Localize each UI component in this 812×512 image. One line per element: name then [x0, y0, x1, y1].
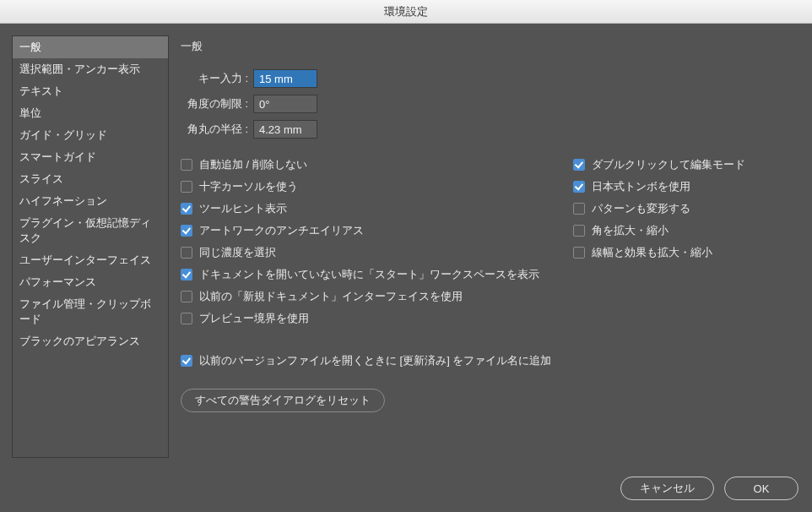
corner-radius-label: 角丸の半径 : [181, 122, 248, 137]
right-check-4[interactable]: 線幅と効果も拡大・縮小 [573, 242, 800, 264]
main-panel: 一般 キー入力 : 角度の制限 : 角丸の半径 : 自動追加 / 削除しない十字… [181, 35, 800, 458]
left-check-7-label: プレビュー境界を使用 [199, 311, 309, 326]
sidebar-item-6[interactable]: スライス [13, 168, 168, 190]
left-check-2-checkbox[interactable] [181, 203, 192, 215]
left-extra-check[interactable]: 以前のバージョンファイルを開くときに [更新済み] をファイル名に追加 [181, 350, 573, 372]
right-check-1-checkbox[interactable] [573, 181, 585, 193]
left-check-3[interactable]: アートワークのアンチエイリアス [181, 220, 573, 242]
left-check-0[interactable]: 自動追加 / 削除しない [181, 154, 573, 176]
sidebar-item-8[interactable]: プラグイン・仮想記憶ディスク [13, 212, 168, 249]
left-extra-check-checkbox[interactable] [181, 355, 192, 367]
left-check-1[interactable]: 十字カーソルを使う [181, 176, 573, 198]
angle-limit-label: 角度の制限 : [181, 96, 248, 112]
reset-warnings-button[interactable]: すべての警告ダイアログをリセット [181, 389, 385, 412]
left-check-5[interactable]: ドキュメントを開いていない時に「スタート」ワークスペースを表示 [181, 264, 573, 286]
left-check-7-checkbox[interactable] [181, 313, 192, 324]
sidebar-item-11[interactable]: ファイル管理・クリップボード [13, 293, 168, 330]
right-check-4-label: 線幅と効果も拡大・縮小 [592, 245, 712, 260]
left-check-0-checkbox[interactable] [181, 159, 192, 171]
sidebar-item-12[interactable]: ブラックのアピアランス [13, 330, 168, 352]
footer: キャンセル OK [620, 477, 798, 500]
right-check-3-checkbox[interactable] [573, 225, 585, 237]
sidebar-item-3[interactable]: 単位 [13, 102, 168, 124]
sidebar-item-9[interactable]: ユーザーインターフェイス [13, 249, 168, 271]
right-check-2[interactable]: パターンも変形する [573, 198, 800, 220]
sidebar: 一般選択範囲・アンカー表示テキスト単位ガイド・グリッドスマートガイドスライスハイ… [12, 35, 169, 458]
left-check-1-label: 十字カーソルを使う [199, 179, 298, 194]
corner-radius-field[interactable] [253, 120, 317, 139]
angle-limit-field[interactable] [253, 95, 317, 113]
left-check-5-checkbox[interactable] [181, 269, 192, 281]
sidebar-item-1[interactable]: 選択範囲・アンカー表示 [13, 58, 168, 80]
left-check-7[interactable]: プレビュー境界を使用 [181, 308, 573, 330]
left-check-6-checkbox[interactable] [181, 291, 192, 302]
left-check-3-label: アートワークのアンチエイリアス [199, 223, 364, 238]
right-check-0-label: ダブルクリックして編集モード [592, 157, 745, 172]
left-extra-check-label: 以前のバージョンファイルを開くときに [更新済み] をファイル名に追加 [199, 353, 551, 368]
left-check-4-checkbox[interactable] [181, 247, 192, 259]
key-input-field[interactable] [253, 69, 317, 88]
sidebar-item-5[interactable]: スマートガイド [13, 146, 168, 168]
right-check-4-checkbox[interactable] [573, 247, 585, 259]
right-check-0-checkbox[interactable] [573, 159, 585, 171]
ok-button[interactable]: OK [724, 477, 798, 500]
right-check-2-checkbox[interactable] [573, 203, 585, 215]
cancel-button[interactable]: キャンセル [620, 477, 714, 500]
left-check-2-label: ツールヒント表示 [199, 201, 287, 216]
left-check-3-checkbox[interactable] [181, 225, 192, 237]
left-check-4[interactable]: 同じ濃度を選択 [181, 242, 573, 264]
key-input-label: キー入力 : [181, 71, 248, 86]
right-check-1[interactable]: 日本式トンボを使用 [573, 176, 800, 198]
left-check-2[interactable]: ツールヒント表示 [181, 198, 573, 220]
sidebar-item-10[interactable]: パフォーマンス [13, 271, 168, 293]
window-title: 環境設定 [0, 0, 812, 24]
right-check-2-label: パターンも変形する [592, 201, 690, 216]
left-check-6-label: 以前の「新規ドキュメント」インターフェイスを使用 [199, 289, 463, 304]
left-check-6[interactable]: 以前の「新規ドキュメント」インターフェイスを使用 [181, 286, 573, 308]
left-check-5-label: ドキュメントを開いていない時に「スタート」ワークスペースを表示 [199, 267, 539, 282]
right-check-3-label: 角を拡大・縮小 [592, 223, 669, 238]
left-check-1-checkbox[interactable] [181, 181, 192, 193]
section-title: 一般 [181, 39, 800, 54]
left-check-0-label: 自動追加 / 削除しない [199, 157, 307, 172]
left-check-4-label: 同じ濃度を選択 [199, 245, 276, 260]
sidebar-item-2[interactable]: テキスト [13, 80, 168, 102]
sidebar-item-7[interactable]: ハイフネーション [13, 190, 168, 212]
right-check-3[interactable]: 角を拡大・縮小 [573, 220, 800, 242]
sidebar-item-0[interactable]: 一般 [13, 36, 168, 58]
right-check-1-label: 日本式トンボを使用 [592, 179, 690, 194]
sidebar-item-4[interactable]: ガイド・グリッド [13, 124, 168, 146]
right-check-0[interactable]: ダブルクリックして編集モード [573, 154, 800, 176]
